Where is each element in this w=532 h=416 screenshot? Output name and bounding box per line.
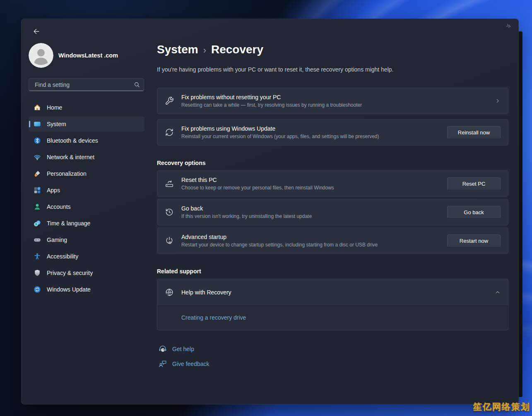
windows-update-icon xyxy=(34,286,41,293)
sidebar-item-label: Accounts xyxy=(47,203,71,210)
history-clock-icon xyxy=(164,208,175,217)
breadcrumb-parent[interactable]: System xyxy=(157,43,198,56)
globe-help-icon: ? xyxy=(164,288,175,297)
setting-title: Fix problems without resetting your PC xyxy=(181,94,495,100)
sidebar-item-home[interactable]: Home xyxy=(29,100,144,115)
wrench-icon xyxy=(164,96,175,105)
setting-card-fix-without-reset[interactable]: Fix problems without resetting your PC R… xyxy=(157,88,508,114)
setting-title: Reset this PC xyxy=(181,177,447,183)
give-feedback-link[interactable]: Give feedback xyxy=(158,359,508,368)
sidebar-item-label: Personalization xyxy=(47,170,87,177)
bluetooth-icon xyxy=(34,137,41,144)
shield-icon xyxy=(34,269,41,277)
watermark-text: 笙亿网络策划 xyxy=(473,401,530,413)
user-profile[interactable]: WindowsLatest .com xyxy=(29,43,118,68)
main-content: System › Recovery If you're having probl… xyxy=(157,19,508,374)
sidebar-item-apps[interactable]: Apps xyxy=(29,183,144,198)
sidebar-item-system[interactable]: System xyxy=(29,117,144,131)
svg-text:?: ? xyxy=(162,348,164,352)
clock-globe-icon xyxy=(34,220,41,227)
user-name: WindowsLatest .com xyxy=(58,52,118,59)
setting-description: Reinstall your current version of Window… xyxy=(181,134,447,139)
help-expander-content: Creating a recovery drive xyxy=(157,306,508,330)
setting-title: Go back xyxy=(181,205,447,212)
setting-card-fix-windows-update: Fix problems using Windows Update Reinst… xyxy=(157,119,508,146)
sidebar-item-time-language[interactable]: Time & language xyxy=(29,216,144,231)
setting-description: Choose to keep or remove your personal f… xyxy=(181,185,447,191)
system-icon xyxy=(34,120,41,128)
support-footer: ? Get help Give feedback xyxy=(157,344,508,368)
reset-pc-button[interactable]: Reset PC xyxy=(447,177,501,190)
sidebar-item-label: Time & language xyxy=(47,220,90,227)
sidebar-item-label: Apps xyxy=(47,187,60,194)
breadcrumb: System › Recovery xyxy=(157,43,508,56)
sidebar-item-label: Network & internet xyxy=(47,154,94,160)
go-back-button[interactable]: Go back xyxy=(447,206,501,219)
setting-description: Restart your device to change startup se… xyxy=(181,242,447,248)
sidebar-item-label: Windows Update xyxy=(47,286,91,293)
chevron-right-icon xyxy=(495,98,501,104)
page-title: Recovery xyxy=(211,43,263,56)
settings-nav: Home System Bluetooth & dev xyxy=(29,100,144,299)
sync-icon xyxy=(164,128,175,137)
section-title-recovery-options: Recovery options xyxy=(157,160,508,166)
setting-description: If this version isn't working, try unins… xyxy=(181,213,447,219)
give-feedback-label: Give feedback xyxy=(172,361,209,367)
sidebar-item-windows-update[interactable]: Windows Update xyxy=(29,282,144,297)
help-expander: ? Help with Recovery Creating a recovery… xyxy=(157,279,508,330)
gamepad-icon xyxy=(34,236,41,244)
setting-description: Resetting can take a while — first, try … xyxy=(181,102,495,108)
sidebar-item-accessibility[interactable]: Accessibility xyxy=(29,249,144,264)
sidebar-item-personalization[interactable]: Personalization xyxy=(29,166,144,181)
sidebar-item-network-internet[interactable]: Network & internet xyxy=(29,150,144,165)
setting-card-reset-this-pc: Reset this PC Choose to keep or remove y… xyxy=(157,170,508,197)
settings-window: WindowsLatest .com Home xyxy=(21,19,519,404)
search-box[interactable] xyxy=(29,78,144,91)
apps-grid-icon xyxy=(34,186,41,194)
sidebar-item-label: Privacy & security xyxy=(47,270,93,276)
restart-now-button[interactable]: Restart now xyxy=(447,234,501,247)
brush-icon xyxy=(34,170,41,177)
sidebar-item-label: System xyxy=(47,121,66,127)
sidebar-item-label: Accessibility xyxy=(47,253,78,260)
sidebar-item-label: Gaming xyxy=(47,237,67,243)
setting-card-go-back: Go back If this version isn't working, t… xyxy=(157,199,508,225)
headset-question-icon: ? xyxy=(158,344,168,354)
back-button[interactable] xyxy=(32,27,41,36)
selection-indicator xyxy=(29,121,30,127)
search-input[interactable] xyxy=(34,81,134,88)
setting-card-advanced-startup: Advanced startup Restart your device to … xyxy=(157,227,508,254)
sidebar-item-label: Home xyxy=(47,104,62,111)
wifi-icon xyxy=(34,153,41,161)
get-help-link[interactable]: ? Get help xyxy=(158,344,508,354)
home-icon xyxy=(34,104,41,111)
help-with-recovery-header[interactable]: ? Help with Recovery xyxy=(157,279,508,306)
get-help-label: Get help xyxy=(172,346,194,352)
accessibility-person-icon xyxy=(34,253,41,260)
sidebar-item-bluetooth-devices[interactable]: Bluetooth & devices xyxy=(29,133,144,148)
power-gear-icon xyxy=(164,236,175,245)
setting-title: Fix problems using Windows Update xyxy=(181,125,447,132)
person-icon xyxy=(29,43,53,68)
reset-pc-icon xyxy=(164,179,175,188)
svg-text:?: ? xyxy=(167,292,169,296)
page-subtitle: If you're having problems with your PC o… xyxy=(157,66,508,73)
sidebar-item-accounts[interactable]: Accounts xyxy=(29,199,144,214)
expander-title: Help with Recovery xyxy=(181,289,495,296)
arrow-left-icon xyxy=(32,27,41,36)
accounts-person-icon xyxy=(34,203,41,210)
avatar xyxy=(29,43,53,68)
search-icon xyxy=(134,81,140,88)
sidebar-item-label: Bluetooth & devices xyxy=(47,137,98,144)
sidebar-item-privacy-security[interactable]: Privacy & security xyxy=(29,265,144,280)
breadcrumb-separator-icon: › xyxy=(203,44,206,56)
setting-title: Advanced startup xyxy=(181,234,447,240)
section-title-related-support: Related support xyxy=(157,268,508,275)
sidebar-item-gaming[interactable]: Gaming xyxy=(29,232,144,247)
background-window-edge xyxy=(519,31,522,397)
chevron-up-icon[interactable] xyxy=(495,289,501,295)
reinstall-now-button[interactable]: Reinstall now xyxy=(447,126,501,139)
feedback-person-icon xyxy=(158,359,168,368)
recovery-drive-link[interactable]: Creating a recovery drive xyxy=(181,314,246,321)
